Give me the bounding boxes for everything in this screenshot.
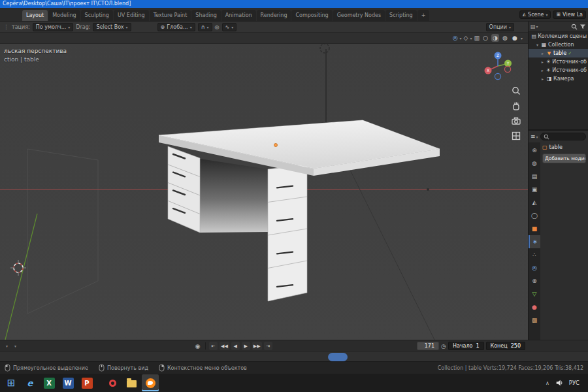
properties-tab-world[interactable]: ◯ xyxy=(529,209,540,222)
drag-mode-dropdown[interactable]: Select Box▾ xyxy=(93,23,131,31)
properties-tab-object-data[interactable]: ▽ xyxy=(529,287,540,301)
filter-icon[interactable] xyxy=(580,24,586,30)
expand-arrow-icon[interactable]: ▸ xyxy=(540,59,544,64)
camera-view-icon[interactable] xyxy=(511,116,521,126)
workspace-tab[interactable]: Texture Paint xyxy=(150,10,191,21)
show-gizmo-icon[interactable]: ◎ xyxy=(453,35,458,41)
play-reverse-button[interactable]: ◀ xyxy=(231,342,240,350)
outliner-row[interactable]: ▸ Камера xyxy=(529,74,588,83)
display-mode-dropdown[interactable]: ▤▾ xyxy=(531,24,538,29)
taskbar-app-start[interactable]: ⊞ xyxy=(3,374,20,391)
proportional-editing-icon[interactable]: ◎ xyxy=(215,24,220,30)
search-icon[interactable] xyxy=(571,24,578,30)
current-frame-field[interactable]: 171 xyxy=(417,342,439,350)
viewport-menu-item[interactable] xyxy=(14,37,20,39)
viewport-menu-item[interactable] xyxy=(8,37,14,39)
language-indicator[interactable]: РУС xyxy=(569,380,580,386)
jump-to-start-button[interactable]: ⇤ xyxy=(209,342,218,350)
topbar-menu-item[interactable] xyxy=(14,13,19,16)
workspace-tab[interactable]: Compositing xyxy=(291,10,332,21)
topbar-menu-item[interactable] xyxy=(2,13,7,16)
workspace-tab[interactable]: Layout xyxy=(22,10,48,21)
timeline-menu-item[interactable] xyxy=(3,342,10,350)
properties-tab-texture[interactable]: ▩ xyxy=(529,314,540,327)
properties-tab-physics[interactable]: ◎ xyxy=(529,261,540,274)
taskbar-app-blender[interactable] xyxy=(142,374,159,391)
frame-start-field[interactable]: Начало 1 xyxy=(448,342,484,350)
topbar-menu-item[interactable] xyxy=(8,13,13,16)
workspace-tab[interactable]: + xyxy=(417,10,430,21)
expand-arrow-icon[interactable]: ▸ xyxy=(540,51,545,56)
orientation-dropdown[interactable]: По умолч...▾ xyxy=(33,23,74,31)
taskbar-app-word[interactable]: W xyxy=(59,374,76,391)
auto-key-button[interactable]: ◉ xyxy=(193,342,202,350)
timeline-menu-item[interactable] xyxy=(19,342,24,350)
scene-selector[interactable]: ◭ Scene ▾ xyxy=(519,10,551,19)
outliner-row[interactable]: ▸ table ✓ xyxy=(529,49,588,57)
expand-arrow-icon[interactable]: ▾ xyxy=(535,42,540,47)
properties-tab-constraints[interactable]: ⊗ xyxy=(529,274,540,287)
taskbar-app-powerpoint[interactable]: P xyxy=(78,374,95,391)
options-dropdown[interactable]: Опции▾ xyxy=(486,23,514,31)
timeline-ruler[interactable] xyxy=(0,351,588,361)
volume-icon[interactable] xyxy=(555,379,563,387)
viewport-menu-item[interactable] xyxy=(20,37,25,39)
workspace-tab[interactable]: Animation xyxy=(221,10,256,21)
properties-tab-modifiers[interactable]: ∗ xyxy=(529,235,540,248)
snap-dropdown[interactable]: ∩ ▾ xyxy=(198,23,212,31)
overlays-icon[interactable]: ◇ xyxy=(464,35,468,41)
transform-orientation-dropdown[interactable]: ⊕ Глоба... ▾ xyxy=(157,23,195,31)
outliner-row[interactable]: ▸ Источник-об xyxy=(529,66,588,74)
properties-tab-scene[interactable]: ◭ xyxy=(529,196,540,209)
properties-tab-object[interactable]: ■ xyxy=(529,222,540,235)
outliner-row[interactable]: ▾ Collection xyxy=(529,41,588,49)
expand-arrow-icon[interactable]: ▸ xyxy=(540,68,544,73)
taskbar-app-recorder[interactable] xyxy=(104,374,121,391)
view-layer-selector[interactable]: ▣ View La xyxy=(553,10,586,19)
properties-tab-material[interactable]: ● xyxy=(529,301,540,314)
add-modifier-button[interactable]: Добавить модифика ▾ xyxy=(542,154,586,163)
viewport-menu-item[interactable] xyxy=(3,37,8,39)
expand-arrow-icon[interactable]: ▸ xyxy=(540,76,545,81)
window-titlebar[interactable]: Серёга\Desktop\Саша\IT\проект IT\СТОЛ.bl… xyxy=(0,0,588,8)
outliner-row[interactable]: ▸ Источник-об xyxy=(529,57,588,66)
shading-rendered-icon[interactable]: ● xyxy=(511,34,519,42)
workspace-tab[interactable]: Shading xyxy=(191,10,221,21)
shading-solid-icon[interactable]: ◑ xyxy=(491,34,499,42)
viewport-canvas[interactable]: льская перспектива ction | table X Y Z xyxy=(0,44,528,340)
frame-end-field[interactable]: Конец 250 xyxy=(486,342,525,350)
pan-hand-icon[interactable] xyxy=(511,101,521,111)
workspace-tab[interactable]: Scripting xyxy=(385,10,417,21)
timeline-menu-item[interactable] xyxy=(10,342,19,350)
taskbar-app-excel[interactable]: X xyxy=(41,374,57,391)
prev-keyframe-button[interactable]: ◀◀ xyxy=(220,342,229,350)
jump-to-end-button[interactable]: ⇥ xyxy=(264,342,272,350)
shading-wireframe-icon[interactable]: ○ xyxy=(482,34,489,42)
workspace-tab[interactable]: Modeling xyxy=(48,10,80,21)
taskbar-app-explorer[interactable] xyxy=(123,374,140,391)
falloff-dropdown[interactable]: ∿ ▾ xyxy=(222,23,237,31)
workspace-tab[interactable]: UV Editing xyxy=(114,10,149,21)
properties-tab-output[interactable]: ▤ xyxy=(529,170,540,183)
ortho-grid-icon[interactable] xyxy=(511,131,521,141)
tray-expand-icon[interactable]: ∧ xyxy=(546,380,549,386)
workspace-tab[interactable]: Geometry Nodes xyxy=(333,10,385,21)
navigation-gizmo[interactable]: X Y Z xyxy=(482,50,514,82)
next-keyframe-button[interactable]: ▶▶ xyxy=(252,342,262,350)
workspace-tab[interactable]: Sculpting xyxy=(81,10,113,21)
shading-material-icon[interactable]: ◍ xyxy=(501,34,509,42)
properties-tab-view-layer[interactable]: ▣ xyxy=(529,183,540,196)
taskbar-app-edge[interactable]: e xyxy=(22,374,39,391)
properties-tab-render[interactable]: ◍ xyxy=(529,157,540,170)
xray-toggle-icon[interactable]: ▥ xyxy=(474,35,480,41)
play-button[interactable]: ▶ xyxy=(242,342,250,350)
editor-type-icon[interactable]: ≡▾ xyxy=(531,133,538,140)
outliner-row[interactable]: Коллекция сцены xyxy=(529,32,588,41)
properties-tab-particles[interactable]: ∴ xyxy=(529,248,540,261)
zoom-icon[interactable] xyxy=(511,86,521,96)
drag-handle[interactable]: ⋮ xyxy=(3,24,9,30)
properties-tab-tool[interactable]: ⊛ xyxy=(529,144,540,157)
properties-search-input[interactable] xyxy=(540,133,586,140)
timeline-menu-item[interactable] xyxy=(24,342,29,350)
workspace-tab[interactable]: Rendering xyxy=(257,10,291,21)
